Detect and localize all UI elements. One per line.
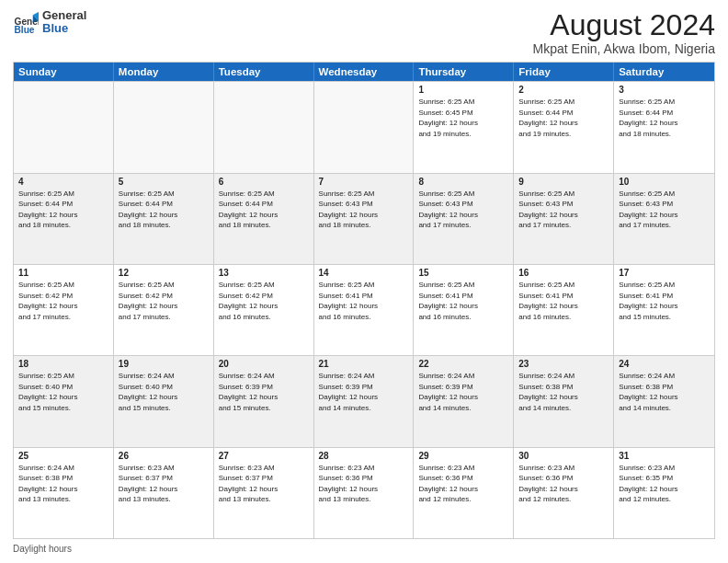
header: General Blue General Blue August 2024 Mk… xyxy=(13,9,715,56)
cal-cell-27: 27Sunrise: 6:23 AM Sunset: 6:37 PM Dayli… xyxy=(214,448,314,538)
day-info: Sunrise: 6:25 AM Sunset: 6:44 PM Dayligh… xyxy=(119,189,209,231)
day-number: 5 xyxy=(119,177,209,187)
day-number: 25 xyxy=(18,451,108,461)
cal-cell-5: 5Sunrise: 6:25 AM Sunset: 6:44 PM Daylig… xyxy=(114,174,214,264)
day-info: Sunrise: 6:23 AM Sunset: 6:36 PM Dayligh… xyxy=(518,463,609,505)
header-day-monday: Monday xyxy=(114,63,214,81)
day-info: Sunrise: 6:24 AM Sunset: 6:38 PM Dayligh… xyxy=(619,371,710,413)
day-number: 2 xyxy=(518,85,609,95)
day-number: 17 xyxy=(619,268,710,278)
header-day-sunday: Sunday xyxy=(14,63,114,81)
day-info: Sunrise: 6:25 AM Sunset: 6:44 PM Dayligh… xyxy=(18,189,108,231)
title-block: August 2024 Mkpat Enin, Akwa Ibom, Niger… xyxy=(533,9,715,56)
day-number: 18 xyxy=(18,359,108,369)
day-info: Sunrise: 6:25 AM Sunset: 6:41 PM Dayligh… xyxy=(418,280,508,322)
day-number: 12 xyxy=(119,268,209,278)
day-number: 1 xyxy=(418,85,508,95)
day-info: Sunrise: 6:25 AM Sunset: 6:40 PM Dayligh… xyxy=(18,371,108,413)
day-info: Sunrise: 6:25 AM Sunset: 6:42 PM Dayligh… xyxy=(18,280,108,322)
day-number: 30 xyxy=(518,451,609,461)
cal-cell-13: 13Sunrise: 6:25 AM Sunset: 6:42 PM Dayli… xyxy=(214,265,314,355)
cal-cell-18: 18Sunrise: 6:25 AM Sunset: 6:40 PM Dayli… xyxy=(14,356,114,446)
header-day-saturday: Saturday xyxy=(614,63,714,81)
cal-cell-21: 21Sunrise: 6:24 AM Sunset: 6:39 PM Dayli… xyxy=(314,356,415,446)
header-day-wednesday: Wednesday xyxy=(314,63,415,81)
day-number: 6 xyxy=(219,177,309,187)
cal-cell-1: 1Sunrise: 6:25 AM Sunset: 6:45 PM Daylig… xyxy=(414,82,514,172)
header-day-thursday: Thursday xyxy=(414,63,514,81)
cal-cell-17: 17Sunrise: 6:25 AM Sunset: 6:41 PM Dayli… xyxy=(614,265,714,355)
day-number: 4 xyxy=(18,177,108,187)
day-info: Sunrise: 6:25 AM Sunset: 6:41 PM Dayligh… xyxy=(319,280,409,322)
logo-icon: General Blue xyxy=(13,9,39,35)
day-number: 29 xyxy=(418,451,508,461)
cal-cell-24: 24Sunrise: 6:24 AM Sunset: 6:38 PM Dayli… xyxy=(614,356,714,446)
cal-cell-10: 10Sunrise: 6:25 AM Sunset: 6:43 PM Dayli… xyxy=(614,174,714,264)
cal-cell-14: 14Sunrise: 6:25 AM Sunset: 6:41 PM Dayli… xyxy=(314,265,415,355)
day-info: Sunrise: 6:23 AM Sunset: 6:35 PM Dayligh… xyxy=(619,463,710,505)
day-info: Sunrise: 6:25 AM Sunset: 6:45 PM Dayligh… xyxy=(418,97,508,139)
day-number: 13 xyxy=(219,268,309,278)
header-day-tuesday: Tuesday xyxy=(214,63,314,81)
day-info: Sunrise: 6:25 AM Sunset: 6:43 PM Dayligh… xyxy=(619,189,710,231)
day-info: Sunrise: 6:24 AM Sunset: 6:38 PM Dayligh… xyxy=(518,371,609,413)
day-info: Sunrise: 6:25 AM Sunset: 6:43 PM Dayligh… xyxy=(518,189,609,231)
cal-cell-4: 4Sunrise: 6:25 AM Sunset: 6:44 PM Daylig… xyxy=(14,174,114,264)
day-number: 3 xyxy=(619,85,710,95)
week-row-0: 1Sunrise: 6:25 AM Sunset: 6:45 PM Daylig… xyxy=(14,81,714,172)
cal-cell-23: 23Sunrise: 6:24 AM Sunset: 6:38 PM Dayli… xyxy=(514,356,614,446)
cal-cell-empty-2 xyxy=(214,82,314,172)
day-info: Sunrise: 6:24 AM Sunset: 6:40 PM Dayligh… xyxy=(119,371,209,413)
cal-cell-8: 8Sunrise: 6:25 AM Sunset: 6:43 PM Daylig… xyxy=(414,174,514,264)
day-info: Sunrise: 6:24 AM Sunset: 6:38 PM Dayligh… xyxy=(18,463,108,505)
day-number: 20 xyxy=(219,359,309,369)
day-info: Sunrise: 6:25 AM Sunset: 6:42 PM Dayligh… xyxy=(219,280,309,322)
day-number: 9 xyxy=(518,177,609,187)
day-info: Sunrise: 6:25 AM Sunset: 6:43 PM Dayligh… xyxy=(319,189,409,231)
day-number: 7 xyxy=(319,177,409,187)
day-info: Sunrise: 6:25 AM Sunset: 6:41 PM Dayligh… xyxy=(518,280,609,322)
calendar-header: SundayMondayTuesdayWednesdayThursdayFrid… xyxy=(14,63,714,81)
day-info: Sunrise: 6:23 AM Sunset: 6:37 PM Dayligh… xyxy=(119,463,209,505)
svg-text:Blue: Blue xyxy=(15,25,35,35)
cal-cell-empty-3 xyxy=(314,82,415,172)
day-number: 24 xyxy=(619,359,710,369)
day-info: Sunrise: 6:25 AM Sunset: 6:44 PM Dayligh… xyxy=(518,97,609,139)
day-info: Sunrise: 6:25 AM Sunset: 6:44 PM Dayligh… xyxy=(219,189,309,231)
day-info: Sunrise: 6:24 AM Sunset: 6:39 PM Dayligh… xyxy=(418,371,508,413)
logo-blue: Blue xyxy=(42,22,86,35)
day-number: 11 xyxy=(18,268,108,278)
day-number: 22 xyxy=(418,359,508,369)
day-info: Sunrise: 6:23 AM Sunset: 6:36 PM Dayligh… xyxy=(418,463,508,505)
day-info: Sunrise: 6:23 AM Sunset: 6:36 PM Dayligh… xyxy=(319,463,409,505)
cal-cell-2: 2Sunrise: 6:25 AM Sunset: 6:44 PM Daylig… xyxy=(514,82,614,172)
day-info: Sunrise: 6:24 AM Sunset: 6:39 PM Dayligh… xyxy=(219,371,309,413)
cal-cell-22: 22Sunrise: 6:24 AM Sunset: 6:39 PM Dayli… xyxy=(414,356,514,446)
cal-cell-19: 19Sunrise: 6:24 AM Sunset: 6:40 PM Dayli… xyxy=(114,356,214,446)
cal-cell-29: 29Sunrise: 6:23 AM Sunset: 6:36 PM Dayli… xyxy=(414,448,514,538)
day-number: 23 xyxy=(518,359,609,369)
day-number: 8 xyxy=(418,177,508,187)
day-info: Sunrise: 6:25 AM Sunset: 6:43 PM Dayligh… xyxy=(418,189,508,231)
day-number: 31 xyxy=(619,451,710,461)
day-number: 19 xyxy=(119,359,209,369)
cal-cell-6: 6Sunrise: 6:25 AM Sunset: 6:44 PM Daylig… xyxy=(214,174,314,264)
cal-cell-30: 30Sunrise: 6:23 AM Sunset: 6:36 PM Dayli… xyxy=(514,448,614,538)
cal-cell-20: 20Sunrise: 6:24 AM Sunset: 6:39 PM Dayli… xyxy=(214,356,314,446)
cal-cell-12: 12Sunrise: 6:25 AM Sunset: 6:42 PM Dayli… xyxy=(114,265,214,355)
cal-cell-empty-1 xyxy=(114,82,214,172)
day-number: 10 xyxy=(619,177,710,187)
day-info: Sunrise: 6:24 AM Sunset: 6:39 PM Dayligh… xyxy=(319,371,409,413)
month-title: August 2024 xyxy=(533,9,715,41)
cal-cell-11: 11Sunrise: 6:25 AM Sunset: 6:42 PM Dayli… xyxy=(14,265,114,355)
day-number: 21 xyxy=(319,359,409,369)
day-number: 14 xyxy=(319,268,409,278)
cal-cell-31: 31Sunrise: 6:23 AM Sunset: 6:35 PM Dayli… xyxy=(614,448,714,538)
cal-cell-16: 16Sunrise: 6:25 AM Sunset: 6:41 PM Dayli… xyxy=(514,265,614,355)
cal-cell-26: 26Sunrise: 6:23 AM Sunset: 6:37 PM Dayli… xyxy=(114,448,214,538)
cal-cell-3: 3Sunrise: 6:25 AM Sunset: 6:44 PM Daylig… xyxy=(614,82,714,172)
week-row-4: 25Sunrise: 6:24 AM Sunset: 6:38 PM Dayli… xyxy=(14,447,714,538)
week-row-2: 11Sunrise: 6:25 AM Sunset: 6:42 PM Dayli… xyxy=(14,264,714,355)
day-number: 26 xyxy=(119,451,209,461)
week-row-3: 18Sunrise: 6:25 AM Sunset: 6:40 PM Dayli… xyxy=(14,355,714,446)
